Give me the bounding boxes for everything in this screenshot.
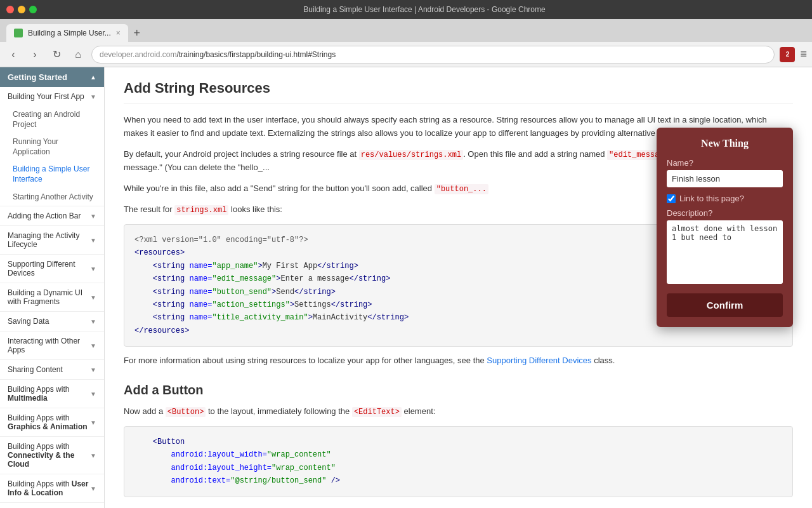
code-strings-xml: res/values/strings.xml [359, 150, 463, 160]
sidebar-section-graphics: Building Apps with Graphics & Animation … [0, 408, 104, 437]
browser-menu-button[interactable]: ≡ [800, 48, 807, 61]
chevron-saving-data: ▼ [90, 318, 96, 325]
popup-link-checkbox[interactable] [667, 194, 676, 203]
window-title: Building a Simple User Interface | Andro… [43, 5, 806, 14]
chevron-sharing: ▼ [90, 366, 96, 373]
sidebar-section-action-bar: Adding the Action Bar ▼ [0, 206, 104, 226]
sidebar-section-title-activity-lifecycle[interactable]: Managing the Activity Lifecycle ▼ [0, 226, 104, 254]
sidebar-section-title-sharing[interactable]: Sharing Content ▼ [0, 360, 104, 379]
sidebar-section-best-practices: Best Practices for ▼ [0, 503, 104, 508]
url-gray-part: developer.android.com [100, 50, 176, 59]
new-thing-popup: New Thing Name? Link to this page? Descr… [657, 128, 793, 327]
sidebar-section-multimedia: Building Apps with Multimedia ▼ [0, 380, 104, 408]
sidebar-section-activity-lifecycle: Managing the Activity Lifecycle ▼ [0, 226, 104, 255]
tab-label: Building a Simple User... [28, 29, 111, 37]
sidebar-section-title-graphics[interactable]: Building Apps with Graphics & Animation … [0, 408, 104, 436]
chevron-location: ▼ [90, 485, 96, 492]
sidebar-section-title-saving-data[interactable]: Saving Data ▼ [0, 312, 104, 331]
sidebar-item-building-simple-ui[interactable]: Building a Simple User Interface [0, 161, 104, 188]
sidebar-item-running-application[interactable]: Running Your Application [0, 133, 104, 161]
code-button-tag: <Button> [166, 407, 206, 417]
tab-favicon [14, 29, 23, 37]
chevron-interacting: ▼ [90, 342, 96, 349]
popup-link-row: Link to this page? [667, 194, 783, 203]
back-button[interactable]: ‹ [5, 46, 22, 63]
sidebar-section-interacting: Interacting with Other Apps ▼ [0, 331, 104, 360]
close-traffic-light[interactable] [6, 6, 14, 13]
code-edittext-tag: <EditText> [352, 407, 402, 417]
sidebar-section-title-best-practices[interactable]: Best Practices for ▼ [0, 503, 104, 508]
sidebar-section-saving-data: Saving Data ▼ [0, 312, 104, 331]
extension-icons: 2 [780, 47, 795, 62]
sidebar-section-sharing: Sharing Content ▼ [0, 360, 104, 380]
sidebar-section-title-connectivity[interactable]: Building Apps with Connectivity & the Cl… [0, 437, 104, 474]
new-tab-button[interactable]: + [128, 24, 146, 42]
sidebar-item-creating-android-project[interactable]: Creating an Android Project [0, 106, 104, 133]
sidebar-section-label-activity-lifecycle: Managing the Activity Lifecycle [8, 231, 90, 249]
content-area: Add String Resources When you need to ad… [105, 67, 812, 508]
tab-bar: Building a Simple User... × + [0, 19, 812, 42]
popup-desc-label: Description? [667, 208, 783, 218]
popup-description-textarea[interactable]: almost done with lesson 1 but need to [667, 220, 783, 284]
sidebar-section-label-first-app: Building Your First App [8, 92, 84, 101]
sidebar-section-title-first-app[interactable]: Building Your First App ▼ [0, 87, 104, 106]
sidebar-section-dynamic-ui: Building a Dynamic UI with Fragments ▼ [0, 283, 104, 312]
sidebar-section-title-multimedia[interactable]: Building Apps with Multimedia ▼ [0, 380, 104, 408]
page-title: Add String Resources [124, 80, 793, 104]
popup-name-input[interactable] [667, 170, 783, 187]
sidebar-section-different-devices: Supporting Different Devices ▼ [0, 255, 104, 283]
sidebar-section-label-connectivity: Building Apps with Connectivity & the Cl… [8, 442, 90, 469]
sidebar-section-label-multimedia: Building Apps with Multimedia [8, 385, 90, 403]
chevron-dynamic-ui: ▼ [90, 294, 96, 301]
forward-button[interactable]: › [27, 46, 43, 63]
sidebar-header-label: Getting Started [8, 72, 67, 82]
sidebar: Getting Started ▲ Building Your First Ap… [0, 67, 105, 508]
chevron-multimedia: ▼ [90, 391, 96, 398]
sidebar-section-label-action-bar: Adding the Action Bar [8, 211, 81, 220]
sidebar-section-label-interacting: Interacting with Other Apps [8, 337, 90, 354]
section-title-add-button: Add a Button [124, 383, 793, 398]
chevron-graphics: ▼ [90, 419, 96, 426]
tab-close-button[interactable]: × [116, 29, 121, 37]
sidebar-section-title-interacting[interactable]: Interacting with Other Apps ▼ [0, 331, 104, 359]
popup-title: New Thing [667, 138, 783, 149]
sidebar-section-label-location: Building Apps with User Info & Location [8, 479, 90, 497]
sidebar-header-chevron: ▲ [90, 74, 96, 81]
popup-name-label: Name? [667, 158, 783, 168]
sidebar-section-label-graphics: Building Apps with Graphics & Animation [8, 413, 90, 431]
chevron-first-app: ▼ [90, 93, 96, 100]
active-tab[interactable]: Building a Simple User... × [6, 24, 128, 42]
sidebar-section-title-action-bar[interactable]: Adding the Action Bar ▼ [0, 206, 104, 225]
sidebar-section-label-different-devices: Supporting Different Devices [8, 260, 90, 277]
extension-icon-1[interactable]: 2 [780, 47, 795, 62]
main-layout: Getting Started ▲ Building Your First Ap… [0, 67, 812, 508]
address-bar: ‹ › ↻ ⌂ developer.android.com/training/b… [0, 42, 812, 67]
sidebar-header[interactable]: Getting Started ▲ [0, 67, 104, 87]
content-para-5: For more information about using string … [124, 354, 793, 368]
browser-titlebar: Building a Simple User Interface | Andro… [0, 0, 812, 19]
sidebar-section-label-dynamic-ui: Building a Dynamic UI with Fragments [8, 288, 90, 306]
minimize-traffic-light[interactable] [18, 6, 25, 13]
sidebar-section-connectivity: Building Apps with Connectivity & the Cl… [0, 437, 104, 474]
code-block-button: <Button android:layout_width="wrap_conte… [124, 426, 793, 497]
popup-confirm-button[interactable]: Confirm [667, 293, 783, 317]
content-para-6: Now add a <Button> to the layout, immedi… [124, 405, 793, 418]
home-button[interactable]: ⌂ [70, 46, 86, 63]
maximize-traffic-light[interactable] [29, 6, 37, 13]
url-path-part: /training/basics/firstapp/building-ui.ht… [176, 50, 336, 59]
refresh-button[interactable]: ↻ [48, 46, 65, 63]
chevron-different-devices: ▼ [90, 265, 96, 272]
sidebar-section-title-different-devices[interactable]: Supporting Different Devices ▼ [0, 255, 104, 283]
code-strings-xml-ref: strings.xml [174, 205, 228, 215]
chevron-action-bar: ▼ [90, 213, 96, 220]
url-bar[interactable]: developer.android.com/training/basics/fi… [91, 46, 775, 64]
chevron-connectivity: ▼ [90, 452, 96, 459]
sidebar-section-title-location[interactable]: Building Apps with User Info & Location … [0, 474, 104, 502]
sidebar-section-label-saving-data: Saving Data [8, 317, 49, 326]
sidebar-section-title-dynamic-ui[interactable]: Building a Dynamic UI with Fragments ▼ [0, 283, 104, 311]
sidebar-section-label-sharing: Sharing Content [8, 365, 63, 374]
sidebar-section-location: Building Apps with User Info & Location … [0, 474, 104, 503]
link-supporting-devices[interactable]: Supporting Different Devices [487, 356, 591, 365]
popup-link-label: Link to this page? [679, 194, 744, 203]
sidebar-item-starting-another-activity[interactable]: Starting Another Activity [0, 189, 104, 206]
